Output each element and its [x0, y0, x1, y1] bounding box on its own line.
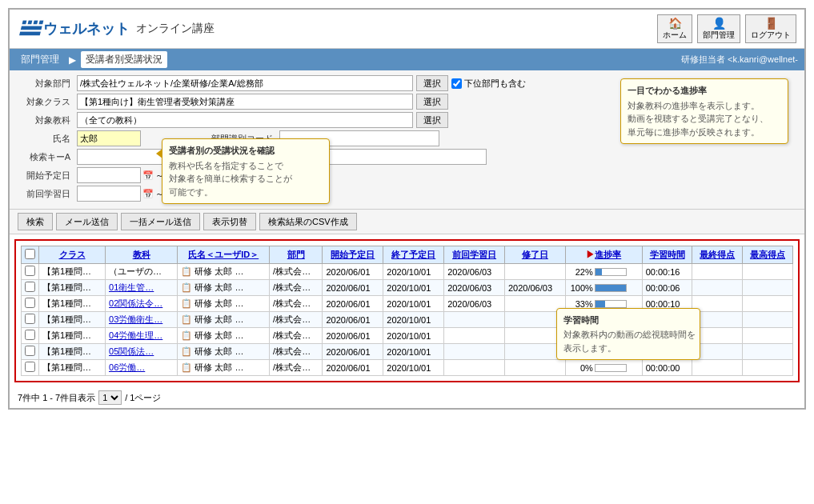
row-score-high: [743, 312, 793, 328]
navbar: 部門管理 ▶ 受講者別受講状況 研修担当者 <k.kanri@wellnet-: [10, 49, 804, 70]
row-complete-date: 2020/06/03: [504, 280, 565, 296]
row-name: 📋 研修 太郎 …: [178, 296, 270, 312]
row-start-date: 2020/06/01: [323, 312, 383, 328]
select-all-checkbox[interactable]: [25, 249, 35, 259]
tooltip1-title: 受講者別の受講状況を確認: [169, 144, 323, 158]
tooltip1-body3: 可能です。: [169, 186, 323, 199]
col-complete-link[interactable]: 修了日: [522, 250, 548, 259]
col-check-header: [22, 246, 39, 264]
row-subject: （ユーザの…: [106, 264, 178, 280]
table-row: 【第1種問…06労働…📋 研修 太郎 …/株式会…2020/06/012020/…: [22, 360, 793, 376]
row-score-last: [692, 280, 743, 296]
row-end-date: 2020/10/01: [383, 360, 444, 376]
mail-all-button[interactable]: 一括メール送信: [121, 213, 200, 230]
col-time-header: 学習時間: [642, 246, 692, 264]
class-select-button[interactable]: 選択: [416, 94, 448, 110]
col-name-header: 氏名＜ユーザID＞: [178, 246, 270, 264]
include-sub-checkbox[interactable]: [451, 78, 462, 89]
tooltip-study-time: 学習時間 対象教科内の動画の総視聴時間を 表示します。: [556, 308, 700, 361]
dept-manage-button[interactable]: 👤 部門管理: [697, 14, 740, 43]
class-input[interactable]: [77, 94, 413, 110]
row-score-high: [743, 344, 793, 360]
row-end-date: 2020/10/01: [383, 344, 444, 360]
col-dept-link[interactable]: 部門: [287, 250, 305, 259]
row-checkbox[interactable]: [25, 330, 35, 340]
col-start-link[interactable]: 開始予定日: [331, 250, 375, 259]
col-score-last-link[interactable]: 最終得点: [700, 250, 735, 259]
row-subject-link[interactable]: 04労働生理…: [109, 330, 162, 340]
row-checkbox[interactable]: [25, 298, 35, 308]
row-checkbox[interactable]: [25, 282, 35, 292]
start-date-from[interactable]: [77, 167, 141, 183]
row-subject-link[interactable]: 03労働衛生…: [109, 314, 162, 324]
tooltip3-body2: 表示します。: [563, 342, 693, 355]
dept-select-button[interactable]: 選択: [416, 75, 448, 91]
row-score-last: [692, 264, 743, 280]
toggle-button[interactable]: 表示切替: [203, 213, 256, 230]
row-last-study: 2020/06/03: [444, 296, 505, 312]
subject-select-button[interactable]: 選択: [416, 112, 448, 128]
col-name-link[interactable]: 氏名＜ユーザID＞: [188, 250, 259, 259]
col-score-high-link[interactable]: 最高得点: [750, 250, 785, 259]
logout-button[interactable]: 🚪 ログアウト: [745, 14, 796, 43]
search-button[interactable]: 検索: [18, 213, 53, 230]
tooltip-progress-rate: 一目でわかる進捗率 対象教科の進捗率を表示します。 動画を視聴すると受講完了とな…: [620, 78, 788, 144]
dept-input[interactable]: [77, 75, 413, 91]
row-class: 【第1種問…: [39, 264, 106, 280]
row-checkbox[interactable]: [25, 346, 35, 356]
col-subject-link[interactable]: 教科: [133, 250, 150, 259]
subject-input[interactable]: [77, 112, 413, 128]
col-progress-header: ▶進捗率: [565, 246, 642, 264]
col-last-link[interactable]: 前回学習日: [452, 250, 496, 259]
row-class: 【第1種問…: [39, 296, 106, 312]
nav-dept-manage[interactable]: 部門管理: [16, 51, 64, 68]
row-subject: 06労働…: [106, 360, 178, 376]
home-button[interactable]: 🏠 ホーム: [657, 14, 692, 43]
progress-bar-outer: [595, 284, 627, 292]
table-row: 【第1種問…01衛生管…📋 研修 太郎 …/株式会…2020/06/012020…: [22, 280, 793, 296]
row-score-high: [743, 280, 793, 296]
row-end-date: 2020/10/01: [383, 328, 444, 344]
dept-icon: 👤: [712, 17, 726, 30]
row-score-high: [743, 264, 793, 280]
row-subject-link[interactable]: 06労働…: [109, 362, 145, 372]
header: 𝋮 ウェルネット オンライン講座 🏠 ホーム 👤 部門管理 🚪 ログアウト: [10, 10, 804, 49]
row-dept: /株式会…: [270, 280, 323, 296]
col-class-link[interactable]: クラス: [59, 250, 86, 259]
last-study-row: 前回学習日 📅 ～ 📅 %以下: [18, 186, 796, 202]
row-checkbox-cell: [22, 344, 39, 360]
name-input[interactable]: [77, 130, 141, 146]
row-subject-link[interactable]: 02関係法令…: [109, 298, 162, 308]
col-end-link[interactable]: 終了予定日: [391, 250, 435, 259]
row-end-date: 2020/10/01: [383, 296, 444, 312]
col-progress-link[interactable]: 進捗率: [595, 250, 621, 259]
row-checkbox[interactable]: [25, 266, 35, 276]
row-name: 📋 研修 太郎 …: [178, 280, 270, 296]
page-select[interactable]: 1: [98, 390, 122, 405]
key-row: 検索キーA 検索キーC: [18, 149, 796, 165]
row-last-study: [444, 344, 505, 360]
progress-bar-outer: [595, 364, 627, 372]
row-subject-link[interactable]: 01衛生管…: [109, 282, 154, 292]
row-start-date: 2020/06/01: [323, 296, 383, 312]
include-sub-label[interactable]: 下位部門も含む: [451, 78, 526, 90]
nav-trainee-status[interactable]: 受講者別受講状況: [81, 51, 167, 68]
row-checkbox-cell: [22, 296, 39, 312]
row-checkbox[interactable]: [25, 362, 35, 372]
progress-percent: 0%: [569, 363, 593, 373]
row-last-study: 2020/06/03: [444, 264, 505, 280]
row-start-date: 2020/06/01: [323, 344, 383, 360]
nav-user-info: 研修担当者 <k.kanri@wellnet-: [681, 54, 798, 66]
row-class: 【第1種問…: [39, 344, 106, 360]
last-study-from[interactable]: [77, 186, 141, 202]
col-score-last-header: 最終得点: [692, 246, 743, 264]
row-checkbox[interactable]: [25, 314, 35, 324]
row-checkbox-cell: [22, 280, 39, 296]
mail-button[interactable]: メール送信: [56, 213, 118, 230]
csv-button[interactable]: 検索結果のCSV作成: [259, 213, 357, 230]
col-time-link[interactable]: 学習時間: [650, 250, 685, 259]
row-checkbox-cell: [22, 328, 39, 344]
row-subject-link[interactable]: 05関係法…: [109, 346, 154, 356]
home-label: ホーム: [663, 30, 687, 41]
key-c-input[interactable]: [327, 149, 487, 165]
